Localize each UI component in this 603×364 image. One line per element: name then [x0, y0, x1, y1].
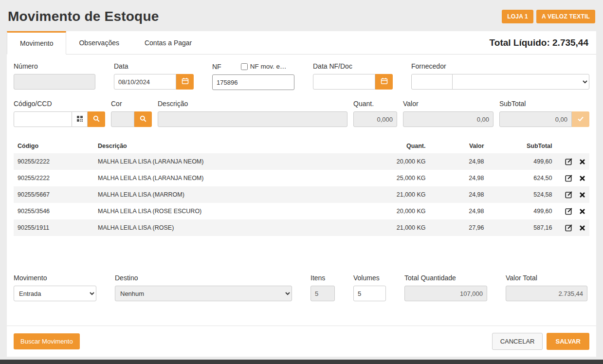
footer-bar	[0, 360, 603, 364]
valor-total-label: Valor Total	[506, 274, 587, 282]
company-button[interactable]: A VELOZ TEXTIL	[536, 10, 595, 23]
edit-icon[interactable]	[565, 224, 573, 232]
delete-icon[interactable]	[579, 159, 585, 165]
movimento-field: Movimento Entrada	[14, 274, 96, 301]
descricao-label: Descrição	[158, 100, 347, 108]
data-field: Data	[114, 62, 194, 90]
codigo-search-button[interactable]	[88, 111, 105, 127]
quant-label: Quant.	[353, 100, 397, 108]
table-row: 90255/2222 MALHA LEILA LISA (LARANJA NEO…	[14, 153, 589, 170]
cor-input	[111, 111, 134, 127]
fornecedor-code-input[interactable]	[411, 74, 453, 90]
calendar-icon	[381, 77, 388, 86]
volumes-label: Volumes	[353, 274, 386, 282]
tab-contas-a-pagar[interactable]: Contas a Pagar	[132, 31, 204, 54]
itens-input	[311, 286, 335, 301]
valor-label: Valor	[403, 100, 493, 108]
buscar-movimento-button[interactable]: Buscar Movimento	[14, 333, 80, 349]
cell-valor: 24,98	[430, 170, 488, 186]
data-input[interactable]	[114, 74, 176, 90]
cancelar-button[interactable]: CANCELAR	[492, 333, 543, 350]
subtotal-label: SubTotal	[499, 100, 589, 108]
add-item-button[interactable]	[572, 111, 589, 127]
edit-icon[interactable]	[565, 191, 573, 199]
cell-subtotal: 499,60	[488, 153, 556, 170]
fornecedor-select[interactable]	[452, 74, 589, 90]
items-table: Código Descrição Quant. Valor SubTotal 9…	[14, 139, 589, 236]
nf-mov-checkbox[interactable]	[241, 63, 248, 70]
page-title: Movimento de Estoque	[8, 9, 159, 24]
total-liquido: Total Líquido: 2.735,44	[490, 37, 596, 48]
cor-label: Cor	[111, 100, 152, 108]
numero-label: Número	[14, 62, 95, 70]
footer-actions: Buscar Movimento CANCELAR SALVAR	[7, 326, 596, 357]
codigo-input[interactable]	[14, 111, 72, 127]
delete-icon[interactable]	[579, 192, 585, 198]
volumes-input[interactable]	[353, 286, 386, 301]
nf-input[interactable]	[212, 74, 294, 90]
col-codigo: Código	[14, 139, 94, 153]
page-header: Movimento de Estoque LOJA 1 A VELOZ TEXT…	[0, 0, 603, 31]
valor-total-input	[506, 286, 587, 301]
subtotal-input	[499, 111, 572, 127]
itens-label: Itens	[311, 274, 335, 282]
cell-quant: 20,000 KG	[357, 203, 430, 219]
data-nf-calendar-button[interactable]	[375, 74, 393, 90]
quant-field: Quant.	[353, 100, 397, 127]
cell-descricao: MALHA LEILA LISA (MARROM)	[94, 186, 357, 203]
cell-descricao: MALHA LEILA LISA (LARANJA NEOM)	[94, 153, 357, 170]
search-icon	[140, 115, 146, 124]
edit-icon[interactable]	[565, 174, 573, 182]
col-actions	[556, 139, 589, 153]
tab-movimento-label: Movimento	[20, 39, 53, 47]
col-subtotal: SubTotal	[488, 139, 556, 153]
data-nf-label: Data NF/Doc	[313, 62, 393, 70]
cell-subtotal: 624,50	[488, 170, 556, 186]
col-descricao: Descrição	[94, 139, 357, 153]
edit-icon[interactable]	[565, 207, 573, 215]
card-body: Número Data NF	[7, 55, 596, 301]
cell-descricao: MALHA LEILA LISA (LARANJA NEOM)	[94, 170, 357, 186]
descricao-input	[158, 111, 347, 127]
tab-observacoes-label: Observações	[79, 39, 119, 47]
edit-icon[interactable]	[565, 158, 573, 165]
data-nf-field: Data NF/Doc	[313, 62, 393, 90]
total-quantidade-label: Total Quantidade	[404, 274, 487, 282]
cell-descricao: MALHA LEILA LISA (ROSE)	[94, 219, 357, 236]
valor-field: Valor	[403, 100, 493, 127]
data-nf-input[interactable]	[313, 74, 375, 90]
nf-field: NF NF mov. e…	[212, 62, 294, 90]
destino-field: Destino Nenhum	[115, 274, 292, 301]
volumes-field: Volumes	[353, 274, 386, 301]
total-quantidade-input	[404, 286, 487, 301]
fornecedor-label: Fornecedor	[411, 62, 589, 70]
subtotal-field: SubTotal	[499, 100, 589, 127]
calendar-icon	[182, 77, 189, 86]
table-row: 90255/3546 MALHA LEILA LISA (ROSE ESCURO…	[14, 203, 589, 219]
cell-quant: 20,000 KG	[357, 153, 430, 170]
cell-subtotal: 587,16	[488, 219, 556, 236]
table-row: 90255/1911 MALHA LEILA LISA (ROSE) 21,00…	[14, 219, 589, 236]
nf-mov-checkbox-label: NF mov. e…	[250, 63, 287, 70]
cell-valor: 24,98	[430, 186, 488, 203]
delete-icon[interactable]	[579, 208, 585, 215]
cell-subtotal: 524,58	[488, 186, 556, 203]
movimento-select[interactable]: Entrada	[14, 286, 96, 301]
tab-observacoes[interactable]: Observações	[66, 31, 131, 54]
cell-quant: 21,000 KG	[357, 219, 430, 236]
quant-input	[353, 111, 397, 127]
data-calendar-button[interactable]	[176, 74, 194, 90]
codigo-label: Código/CCD	[14, 100, 105, 108]
check-icon	[577, 115, 584, 124]
salvar-button[interactable]: SALVAR	[547, 333, 589, 350]
main-card: Movimento Observações Contas a Pagar Tot…	[7, 31, 596, 357]
delete-icon[interactable]	[579, 225, 585, 231]
delete-icon[interactable]	[579, 175, 585, 182]
cor-search-button[interactable]	[134, 111, 152, 127]
destino-select[interactable]: Nenhum	[115, 286, 292, 301]
loja-button[interactable]: LOJA 1	[502, 10, 533, 23]
valor-input	[403, 111, 493, 127]
cell-codigo: 90255/1911	[14, 219, 94, 236]
tab-movimento[interactable]: Movimento	[7, 31, 66, 55]
barcode-button[interactable]	[72, 111, 88, 127]
